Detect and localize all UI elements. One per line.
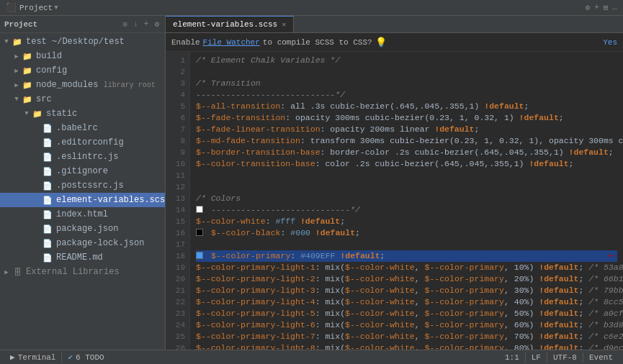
code-line-13: /* Colors	[196, 193, 617, 204]
cursor-position[interactable]: 1:1	[501, 353, 524, 362]
code-line-3: /* Transition	[196, 78, 617, 89]
line-num-3: 3	[166, 78, 189, 89]
code-line-18: $--color-primary: #409EFF !default; ←	[196, 250, 617, 262]
folder-icon-config: 📁	[22, 65, 33, 76]
sidebar-item-postcssrc[interactable]: ▶ 📄 .postcssrc.js	[0, 178, 165, 193]
line-num-5: 5	[166, 101, 189, 112]
sidebar-collapse-icon[interactable]: ↓	[132, 19, 140, 29]
file-icon-package-json: 📄	[42, 223, 53, 235]
more-icon[interactable]: …	[612, 3, 617, 12]
code-content[interactable]: /* Element Chalk Variables */ /* Transit…	[190, 52, 623, 350]
file-icon-index-html: 📄	[42, 209, 53, 220]
terminal-tab[interactable]: ▶ Terminal	[6, 350, 60, 364]
title-bar-dropdown-icon[interactable]: ▼	[54, 4, 58, 12]
folder-icon-build: 📁	[22, 50, 33, 62]
arrow-src: ▼	[12, 96, 22, 103]
line-num-19: 19	[166, 262, 189, 273]
add-icon[interactable]: +	[594, 3, 599, 12]
project-icon: ⬛	[6, 2, 17, 13]
code-line-5: $--all-transition: all .3s cubic-bezier(…	[196, 101, 617, 112]
tab-element-variables[interactable]: element-variables.scss ✕	[166, 16, 294, 32]
sidebar-label-package-json: package.json	[56, 224, 118, 234]
library-icon: 🗄	[12, 266, 23, 278]
notification-rest: to compile SCSS to CSS?	[263, 38, 372, 47]
terminal-label: Terminal	[18, 353, 56, 362]
sidebar-item-babelrc[interactable]: ▶ 📄 .babelrc	[0, 121, 165, 135]
event-button[interactable]: Event	[585, 353, 617, 362]
sidebar-label-postcssrc: .postcssrc.js	[56, 181, 124, 191]
main-layout: Project ⊙ ↓ + ⚙ ▼ 📁 test ~/Desktop/test …	[0, 16, 623, 350]
line-num-10: 10	[166, 158, 189, 170]
sidebar-settings-icon[interactable]: ⚙	[153, 19, 161, 29]
sidebar-item-element-variables[interactable]: ▶ 📄 element-variables.scss	[0, 193, 165, 207]
sidebar-item-eslintrc[interactable]: ▶ 📄 .eslintrc.js	[0, 150, 165, 164]
sidebar-item-editorconfig[interactable]: ▶ 📄 .editorconfig	[0, 135, 165, 150]
sidebar-item-gitignore[interactable]: ▶ 📄 .gitignore	[0, 164, 165, 178]
sidebar-item-package-json[interactable]: ▶ 📄 package.json	[0, 222, 165, 236]
file-icon-readme: 📄	[42, 252, 53, 263]
sidebar-item-index-html[interactable]: ▶ 📄 index.html	[0, 207, 165, 222]
encoding[interactable]: UTF-8	[549, 353, 581, 362]
tab-close-button[interactable]: ✕	[282, 20, 286, 29]
sidebar-add-icon[interactable]: +	[143, 19, 151, 29]
sidebar-label-src: src	[36, 94, 52, 104]
line-num-4: 4	[166, 89, 189, 101]
arrow-node-modules: ▶	[12, 81, 22, 89]
sidebar-title: Project	[4, 20, 122, 29]
sidebar-label-package-lock: package-lock.json	[56, 238, 144, 248]
code-line-8: $--md-fade-transition: transform 300ms c…	[196, 135, 617, 147]
settings-icon[interactable]: ⚙	[586, 3, 591, 12]
arrow-build: ▶	[12, 53, 22, 60]
todo-icon: ✔	[68, 352, 73, 362]
line-num-26: 26	[166, 342, 189, 350]
notification-bar: Enable File Watcher to compile SCSS to C…	[166, 33, 623, 52]
tab-filename: element-variables.scss	[173, 20, 277, 29]
notification-yes-button[interactable]: Yes	[603, 38, 617, 47]
sidebar-item-static[interactable]: ▼ 📁 static	[0, 106, 165, 121]
light-bulb-icon: 💡	[375, 37, 387, 48]
sidebar-label-build: build	[36, 51, 62, 61]
code-line-14: ----------------------------*/	[196, 204, 617, 216]
line-num-20: 20	[166, 273, 189, 285]
sidebar-item-root[interactable]: ▼ 📁 test ~/Desktop/test	[0, 35, 165, 49]
line-num-22: 22	[166, 296, 189, 308]
title-bar-project: Project	[19, 4, 53, 12]
sidebar-item-readme[interactable]: ▶ 📄 README.md	[0, 250, 165, 265]
code-view: 1 2 3 4 5 6 7 8 9 10 11 12 13 14 15 16 1…	[166, 52, 623, 350]
file-icon-editorconfig: 📄	[42, 137, 53, 148]
sidebar-label-element-variables: element-variables.scss	[56, 195, 165, 205]
file-watcher-link[interactable]: File Watcher	[203, 38, 260, 47]
code-line-23: $--color-primary-light-5: mix($--color-w…	[196, 308, 617, 319]
sidebar-label-gitignore: .gitignore	[56, 166, 108, 176]
todo-tab[interactable]: ✔ 6 TODO	[63, 350, 108, 364]
folder-icon-root: 📁	[12, 36, 23, 47]
line-endings[interactable]: LF	[527, 353, 545, 362]
code-line-4: ----------------------------*/	[196, 89, 617, 101]
sidebar-item-src[interactable]: ▼ 📁 src	[0, 92, 165, 106]
code-line-10: $--color-transition-base: color .2s cubi…	[196, 158, 617, 170]
sidebar-item-config[interactable]: ▶ 📁 config	[0, 63, 165, 78]
line-num-25: 25	[166, 331, 189, 342]
sidebar-item-package-lock[interactable]: ▶ 📄 package-lock.json	[0, 236, 165, 250]
sidebar-label-editorconfig: .editorconfig	[56, 137, 124, 147]
status-separator-2	[525, 352, 526, 363]
sidebar-item-build[interactable]: ▶ 📁 build	[0, 49, 165, 63]
arrow-root: ▼	[1, 38, 12, 45]
sidebar-item-node-modules[interactable]: ▶ 📁 node_modules library root	[0, 78, 165, 92]
line-num-24: 24	[166, 319, 189, 331]
line-num-23: 23	[166, 308, 189, 319]
code-line-21: $--color-primary-light-3: mix($--color-w…	[196, 285, 617, 296]
file-icon-gitignore: 📄	[42, 165, 53, 177]
line-num-15: 15	[166, 216, 189, 227]
sidebar-label-readme: README.md	[56, 252, 103, 263]
layout-icon[interactable]: ⊞	[604, 3, 609, 12]
arrow-config: ▶	[12, 67, 22, 75]
line-num-13: 13	[166, 193, 189, 204]
sidebar-locate-icon[interactable]: ⊙	[122, 19, 130, 29]
notification-text: Enable	[171, 38, 200, 47]
status-separator-3	[547, 352, 547, 363]
status-bar-right: 1:1 LF UTF-8 Event	[501, 352, 617, 363]
sidebar-item-external-libraries[interactable]: ▶ 🗄 External Libraries	[0, 265, 165, 279]
status-separator-4	[583, 352, 583, 363]
code-line-24: $--color-primary-light-6: mix($--color-w…	[196, 319, 617, 331]
